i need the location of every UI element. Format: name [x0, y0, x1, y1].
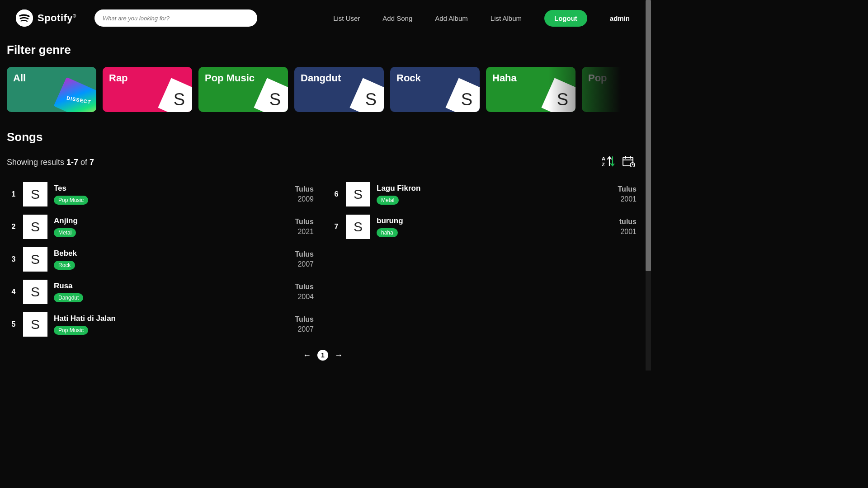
genre-card-rock[interactable]: RockS	[390, 67, 480, 112]
svg-text:A: A	[602, 156, 605, 161]
song-row[interactable]: 2SAnjingMetalTulus2021	[7, 211, 316, 243]
song-artist: Tulus	[295, 283, 314, 291]
search-input[interactable]	[94, 9, 257, 27]
logout-button[interactable]: Logout	[544, 10, 587, 27]
song-artist: Tulus	[295, 250, 314, 258]
pagination: ← 1 →	[7, 350, 639, 361]
song-index: 6	[330, 190, 343, 198]
song-art-placeholder: S	[23, 247, 47, 272]
song-genre-pill: Dangdut	[54, 293, 83, 302]
genre-card-all[interactable]: AllDISSECT	[7, 67, 96, 112]
song-art-placeholder: S	[23, 182, 47, 206]
song-year: 2007	[295, 260, 314, 268]
nav-links: List User Add Song Add Album List Album …	[333, 10, 630, 27]
song-genre-pill: haha	[377, 228, 398, 237]
song-artist: Tulus	[295, 218, 314, 226]
song-index: 7	[330, 223, 343, 231]
page-next-icon[interactable]: →	[335, 351, 343, 360]
song-genre-pill: Pop Music	[54, 196, 88, 205]
song-art-placeholder: S	[23, 312, 47, 337]
song-row[interactable]: 7Sburunghahatulus2001	[330, 211, 639, 243]
genre-card-rap[interactable]: RapS	[103, 67, 192, 112]
genre-card-pop-music[interactable]: Pop MusicS	[198, 67, 288, 112]
song-genre-pill: Pop Music	[54, 326, 88, 335]
song-year: 2009	[295, 195, 314, 203]
song-index: 1	[7, 190, 20, 198]
song-genre-pill: Metal	[377, 196, 399, 205]
genre-card-pop[interactable]: PopS	[582, 67, 639, 112]
song-title: Bebek	[54, 249, 295, 258]
nav-add-album[interactable]: Add Album	[435, 14, 468, 22]
song-year: 2007	[295, 325, 314, 333]
page-number-1[interactable]: 1	[317, 350, 328, 361]
genre-card-label: Pop	[588, 72, 639, 84]
song-genre-pill: Rock	[54, 261, 75, 270]
song-art-placeholder: S	[23, 280, 47, 304]
song-index: 2	[7, 223, 20, 231]
song-title: Anjing	[54, 216, 295, 225]
song-index: 5	[7, 320, 20, 328]
spotify-icon	[16, 9, 33, 27]
filter-genre-heading: Filter genre	[7, 43, 639, 57]
song-genre-pill: Metal	[54, 228, 76, 237]
songs-heading: Songs	[7, 130, 639, 144]
song-year: 2004	[295, 293, 314, 301]
header: Spotify® List User Add Song Add Album Li…	[7, 9, 639, 27]
song-title: Rusa	[54, 282, 295, 291]
song-title: Lagu Fikron	[377, 184, 618, 193]
genre-filter-row: AllDISSECTRapSPop MusicSDangdutSRockSHah…	[7, 67, 639, 112]
song-index: 3	[7, 255, 20, 263]
nav-add-song[interactable]: Add Song	[382, 14, 412, 22]
song-year: 2001	[618, 195, 637, 203]
nav-list-album[interactable]: List Album	[491, 14, 522, 22]
song-title: Tes	[54, 184, 295, 193]
song-art-placeholder: S	[346, 182, 370, 206]
song-art-placeholder: S	[346, 215, 370, 239]
song-artist: Tulus	[618, 185, 637, 193]
scrollbar-track[interactable]	[646, 0, 651, 371]
genre-card-dangdut[interactable]: DangdutS	[294, 67, 384, 112]
song-index: 4	[7, 288, 20, 296]
song-title: Hati Hati di Jalan	[54, 314, 295, 323]
results-count-text: Showing results 1-7 of 7	[7, 158, 94, 167]
sort-date-icon[interactable]	[623, 155, 635, 169]
sort-alpha-icon[interactable]: A Z	[602, 155, 614, 169]
song-row[interactable]: 4SRusaDangdutTulus2004	[7, 276, 316, 308]
scrollbar-thumb[interactable]	[646, 0, 651, 271]
song-row[interactable]: 6SLagu FikronMetalTulus2001	[330, 178, 639, 211]
genre-card-haha[interactable]: HahaS	[486, 67, 576, 112]
song-row[interactable]: 1STesPop MusicTulus2009	[7, 178, 316, 211]
song-row[interactable]: 3SBebekRockTulus2007	[7, 243, 316, 276]
song-year: 2021	[295, 228, 314, 236]
song-row[interactable]: 5SHati Hati di JalanPop MusicTulus2007	[7, 308, 316, 341]
song-art-placeholder: S	[23, 215, 47, 239]
song-artist: tulus	[619, 218, 637, 226]
current-user-label: admin	[610, 14, 630, 22]
brand-wordmark: Spotify®	[38, 12, 76, 24]
song-title: burung	[377, 216, 619, 225]
song-artist: Tulus	[295, 185, 314, 193]
song-artist: Tulus	[295, 315, 314, 324]
nav-list-user[interactable]: List User	[333, 14, 360, 22]
page-prev-icon[interactable]: ←	[303, 351, 311, 360]
logo[interactable]: Spotify®	[16, 9, 76, 27]
song-year: 2001	[619, 228, 637, 236]
svg-text:Z: Z	[602, 162, 605, 167]
